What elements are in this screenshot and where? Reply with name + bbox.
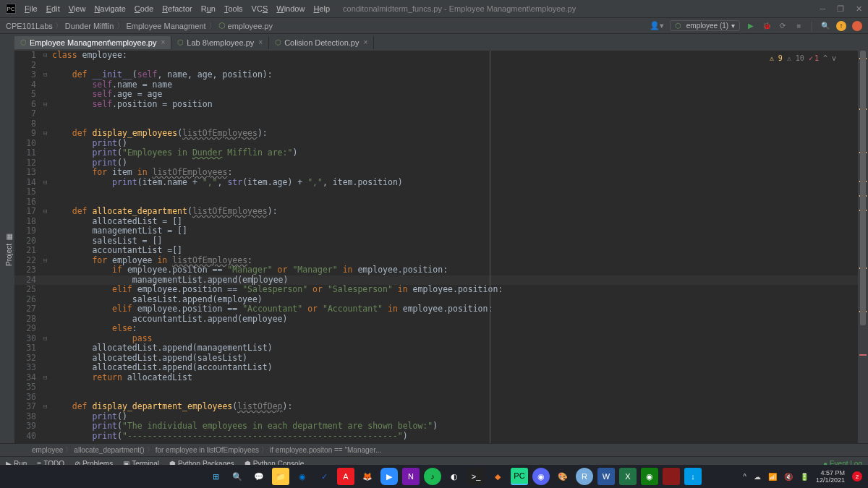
run-button[interactable]: ▶ [746,21,756,31]
firefox-icon[interactable]: 🦊 [359,468,376,485]
close-button[interactable]: ✕ [856,4,862,14]
search-icon[interactable]: 🔍 [820,21,830,31]
left-toolwindow-bar: Project ▦ Structure ⧈ Favorites ★ [0,51,14,443]
close-tab-icon[interactable]: × [258,38,263,46]
zoom-icon[interactable]: ▶ [380,468,398,485]
battery-icon[interactable]: 🔋 [800,473,809,481]
volume-icon[interactable]: 🔇 [784,473,793,481]
menu-vcs[interactable]: VCS [247,4,273,13]
editor-scrollbar[interactable] [858,51,868,443]
user-icon[interactable]: 👤▾ [650,21,664,30]
app-icon-red[interactable] [663,468,680,485]
code-editor[interactable]: ⚠ 9 ⚠ 10 ✓ 1 ^ v 1⊟class employee: 2 3⊟ … [14,51,858,443]
windows-taskbar: ⊞ 🔍 💬 📁 ◉ ✓ A 🦊 ▶ N ♪ ◐ >_ ◆ PC ◉ 🎨 R W … [0,465,868,488]
run-config-selector[interactable]: ⬡ employee (1) ▾ [670,20,740,31]
debug-button[interactable]: 🐞 [762,21,772,31]
wifi-icon[interactable]: 📶 [768,473,777,481]
start-button[interactable]: ⊞ [207,468,224,485]
menu-navigate[interactable]: Navigate [90,4,129,13]
menu-view[interactable]: View [64,4,90,13]
close-tab-icon[interactable]: × [161,38,165,46]
editor-tabs: ⬡ Employee Managment\employee.py × ⬡ Lab… [0,33,868,51]
app-icon-blue[interactable]: ↓ [684,468,702,485]
stop-button[interactable]: ■ [793,21,804,31]
todo-icon[interactable]: ✓ [315,468,333,485]
explorer-icon[interactable]: 📁 [272,468,289,485]
discord-icon[interactable]: ◉ [532,468,550,485]
steam-icon[interactable]: ◐ [446,468,463,485]
blender-icon[interactable]: ◆ [489,468,506,485]
clock[interactable]: 4:57 PM 12/1/2021 [816,469,845,484]
python-file-icon: ⬡ [20,38,27,46]
menu-help[interactable]: Help [309,4,334,13]
breadcrumb-item[interactable]: Dunder Mifflin [65,22,114,30]
editor-breadcrumbs: employee 〉 allocate_department() 〉 for e… [0,443,868,456]
terminal-icon[interactable]: >_ [467,468,485,485]
spotify-icon[interactable]: ♪ [424,468,441,485]
minimize-button[interactable]: ─ [820,4,825,14]
breadcrumb-root[interactable]: CPE101Labs [6,22,53,30]
menu-window[interactable]: Window [272,4,309,13]
inspection-widget[interactable]: ⚠ 9 ⚠ 10 ✓ 1 ^ v [770,53,836,64]
tab-collision[interactable]: ⬡ Colision Detection.py × [269,36,374,49]
maximize-button[interactable]: ❐ [837,4,844,14]
python-file-icon: ⬡ [275,38,281,46]
menu-refactor[interactable]: Refactor [158,4,197,13]
acrobat-icon[interactable]: A [337,468,354,485]
crumb-item[interactable]: for employee in listOfEmployees [156,446,259,454]
notifications-badge[interactable]: 2 [852,471,862,481]
tray-chevron[interactable]: ^ [743,473,746,481]
word-icon[interactable]: W [597,468,615,485]
menu-file[interactable]: File [20,4,42,13]
crumb-item[interactable]: allocate_department() [74,446,144,454]
onedrive-icon[interactable]: ☁ [754,473,761,481]
app-icon: PC [6,4,16,14]
python-file-icon: ⬡ [177,38,184,46]
menu-tools[interactable]: Tools [220,4,247,13]
paint-icon[interactable]: 🎨 [554,468,571,485]
tab-lab8[interactable]: ⬡ Lab 8\employee.py × [171,36,269,49]
close-tab-icon[interactable]: × [363,38,367,46]
teams-icon[interactable]: 💬 [250,468,268,485]
python-file-icon: ⬡ [218,21,226,30]
python-file-icon: ⬡ [675,22,681,30]
settings-icon[interactable] [852,21,862,31]
onenote-icon[interactable]: N [402,468,420,485]
crumb-item[interactable]: employee [32,446,63,454]
menu-code[interactable]: Code [130,4,158,13]
windows-search[interactable]: 🔍 [229,468,246,485]
rstudio-icon[interactable]: R [576,468,593,485]
window-title: conditonalmidterm_funcs.py - Employee Ma… [343,4,576,13]
edge-icon[interactable]: ◉ [294,468,311,485]
ide-update-icon[interactable]: ↑ [836,21,846,31]
breadcrumb-file[interactable]: employee.py [228,22,273,30]
run-coverage-button[interactable]: ⟳ [778,21,788,31]
menu-edit[interactable]: Edit [42,4,64,13]
menu-run[interactable]: Run [197,4,220,13]
tab-employee[interactable]: ⬡ Employee Managment\employee.py × [14,36,171,49]
crumb-item[interactable]: if employee.positon == "Manager... [270,446,381,454]
project-tab[interactable]: Project ▦ [4,56,14,443]
pycharm-icon[interactable]: PC [511,468,528,485]
breadcrumb-item[interactable]: Employee Managment [127,22,206,30]
excel-icon[interactable]: X [619,468,637,485]
navbar: CPE101Labs 〉 Dunder Mifflin 〉 Employee M… [0,17,868,33]
xbox-icon[interactable]: ◉ [641,468,658,485]
titlebar: PC File Edit View Navigate Code Refactor… [0,0,868,17]
